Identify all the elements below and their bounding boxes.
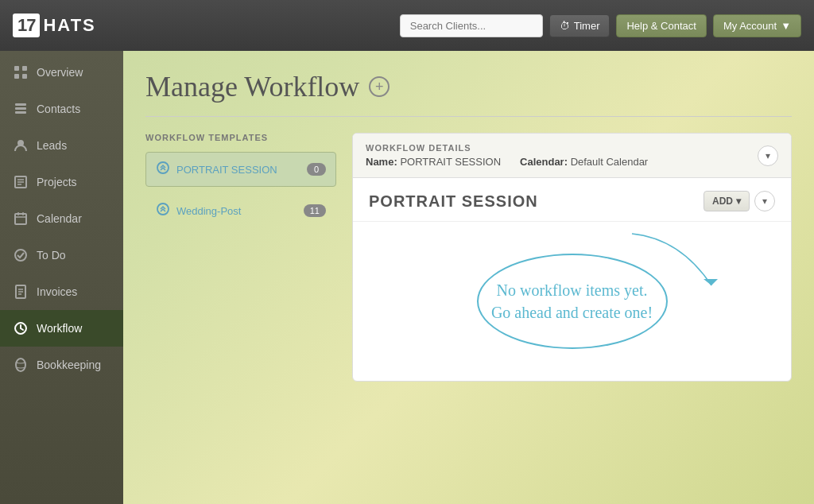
sidebar-item-invoices[interactable]: Invoices [0, 273, 123, 310]
timer-icon: ⏱ [560, 20, 570, 32]
sidebar-item-leads[interactable]: Leads [0, 127, 123, 164]
templates-section-title: WORKFLOW TEMPLATES [145, 133, 336, 142]
template-workflow-icon [156, 161, 170, 178]
details-panel: WORKFLOW DETAILS Name: PORTRAIT SESSION … [352, 133, 792, 382]
empty-line-2: Go ahead and create one! [491, 304, 653, 321]
my-account-button[interactable]: My Account ▼ [713, 14, 801, 37]
content-area: WORKFLOW TEMPLATES PORTRAIT SESSION 0 [145, 133, 792, 382]
overview-icon [13, 64, 29, 80]
sidebar-item-workflow[interactable]: Workflow [0, 310, 123, 347]
timer-button[interactable]: ⏱ Timer [549, 14, 610, 37]
template-badge-wedding: 11 [304, 204, 326, 217]
main-content: Manage Workflow + WORKFLOW TEMPLATES [123, 51, 814, 504]
app-logo: 17 HATS [13, 14, 96, 37]
session-collapse-button[interactable]: ▾ [754, 191, 775, 211]
details-info-row: Name: PORTRAIT SESSION Calendar: Default… [366, 156, 648, 168]
help-contact-button[interactable]: Help & Contact [616, 14, 706, 37]
sidebar-label-workflow: Workflow [37, 322, 82, 335]
sidebar-item-overview[interactable]: Overview [0, 54, 123, 91]
empty-oval: No workflow items yet. Go ahead and crea… [477, 254, 668, 349]
details-calendar-field: Calendar: Default Calendar [520, 156, 648, 168]
workflow-icon [13, 320, 29, 336]
details-calendar-value: Default Calendar [571, 156, 649, 168]
details-section-title: WORKFLOW DETAILS [366, 143, 648, 153]
title-divider [145, 116, 792, 117]
details-collapse-button[interactable]: ▾ [758, 145, 778, 166]
chevron-down-icon: ▼ [781, 20, 791, 32]
sidebar-item-todo[interactable]: To Do [0, 237, 123, 273]
header-controls: ⏱ Timer Help & Contact My Account ▼ [400, 14, 801, 37]
details-name-label: Name: [366, 156, 397, 168]
sidebar: Overview Contacts Leads [0, 51, 123, 504]
svg-rect-4 [15, 103, 26, 106]
page-title-row: Manage Workflow + [145, 70, 792, 103]
sidebar-item-contacts[interactable]: Contacts [0, 91, 123, 127]
add-workflow-button[interactable]: + [369, 76, 390, 97]
sidebar-label-todo: To Do [37, 249, 66, 262]
svg-rect-6 [15, 111, 26, 114]
leads-icon [13, 138, 29, 153]
details-name-field: Name: PORTRAIT SESSION [366, 156, 501, 168]
session-title: PORTRAIT SESSION [369, 192, 538, 211]
sidebar-label-contacts: Contacts [37, 103, 80, 115]
invoices-icon [13, 284, 29, 300]
add-dropdown-arrow: ▾ [736, 196, 741, 207]
logo-number: 17 [13, 14, 40, 37]
sidebar-item-bookkeeping[interactable]: Bookkeeping [0, 347, 123, 383]
svg-rect-0 [14, 66, 19, 71]
empty-message: No workflow items yet. Go ahead and crea… [491, 279, 653, 324]
sidebar-item-projects[interactable]: Projects [0, 164, 123, 200]
bookkeeping-icon [13, 357, 29, 373]
sidebar-label-calendar: Calendar [37, 212, 82, 225]
svg-rect-2 [14, 74, 19, 79]
sidebar-label-bookkeeping: Bookkeeping [37, 359, 101, 371]
template-workflow-icon-2 [156, 202, 170, 219]
todo-icon [13, 247, 29, 263]
session-actions: ADD ▾ ▾ [704, 191, 775, 211]
svg-rect-9 [15, 214, 26, 224]
calendar-icon [13, 211, 29, 227]
timer-label: Timer [574, 20, 600, 32]
sidebar-label-leads: Leads [37, 139, 67, 152]
details-name-value: PORTRAIT SESSION [400, 156, 501, 168]
svg-point-12 [16, 359, 25, 371]
svg-marker-13 [704, 279, 718, 285]
details-header-content: WORKFLOW DETAILS Name: PORTRAIT SESSION … [366, 143, 648, 168]
svg-point-10 [15, 250, 26, 261]
template-item-left: PORTRAIT SESSION [156, 161, 277, 178]
svg-rect-5 [15, 107, 26, 110]
app-layout: Overview Contacts Leads [0, 51, 814, 504]
template-item-portrait-session[interactable]: PORTRAIT SESSION 0 [145, 152, 336, 187]
add-item-button[interactable]: ADD ▾ [704, 191, 750, 211]
session-header: PORTRAIT SESSION ADD ▾ ▾ [353, 178, 791, 222]
svg-rect-3 [22, 74, 27, 79]
sidebar-item-calendar[interactable]: Calendar [0, 200, 123, 237]
page-title: Manage Workflow [145, 70, 359, 103]
logo-text: HATS [43, 15, 95, 36]
add-item-label: ADD [712, 196, 733, 207]
templates-panel: WORKFLOW TEMPLATES PORTRAIT SESSION 0 [145, 133, 336, 382]
details-calendar-label: Calendar: [520, 156, 568, 168]
svg-rect-1 [22, 66, 27, 71]
sidebar-label-projects: Projects [37, 176, 77, 188]
account-label: My Account [723, 20, 777, 32]
sidebar-label-overview: Overview [37, 66, 83, 79]
template-item-left-2: Wedding-Post [156, 202, 241, 219]
template-item-wedding-post[interactable]: Wedding-Post 11 [145, 193, 336, 228]
contacts-icon [13, 101, 29, 117]
projects-icon [13, 174, 29, 190]
template-name-wedding: Wedding-Post [176, 205, 241, 217]
template-name-portrait: PORTRAIT SESSION [176, 164, 277, 176]
sidebar-label-invoices: Invoices [37, 285, 77, 298]
template-badge-portrait: 0 [307, 163, 326, 176]
app-header: 17 HATS ⏱ Timer Help & Contact My Accoun… [0, 0, 814, 51]
search-input[interactable] [400, 14, 543, 37]
empty-state: No workflow items yet. Go ahead and crea… [353, 222, 791, 381]
empty-line-1: No workflow items yet. [497, 281, 648, 299]
details-header: WORKFLOW DETAILS Name: PORTRAIT SESSION … [353, 134, 791, 178]
